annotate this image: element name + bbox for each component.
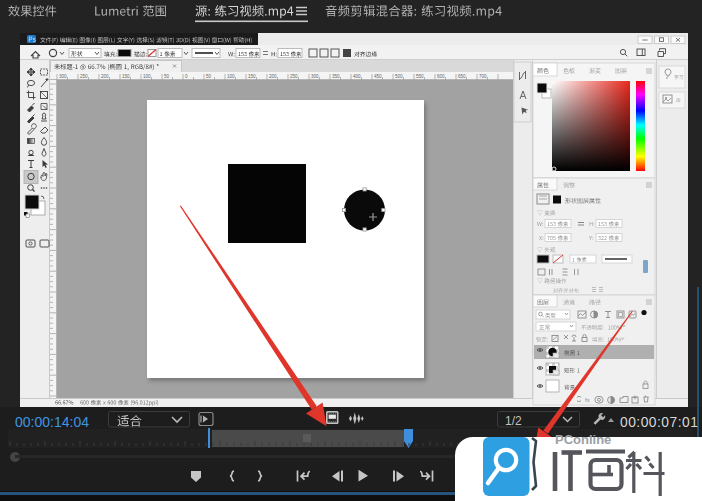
svg-text:0: 0 <box>185 74 188 79</box>
svg-text:100: 100 <box>227 74 235 79</box>
svg-text:200: 200 <box>101 74 109 79</box>
svg-text:50: 50 <box>206 74 212 79</box>
svg-text:250: 250 <box>290 74 298 79</box>
svg-text:500: 500 <box>395 74 403 79</box>
svg-text:450: 450 <box>374 74 382 79</box>
svg-text:100: 100 <box>143 74 151 79</box>
svg-text:200: 200 <box>269 74 277 79</box>
svg-text:300: 300 <box>311 74 319 79</box>
svg-text:250: 250 <box>80 74 88 79</box>
svg-text:00:00:14:04: 00:00:14:04 <box>15 414 89 430</box>
svg-text:700: 700 <box>479 74 487 79</box>
svg-text:300: 300 <box>59 74 67 79</box>
svg-text:150: 150 <box>122 74 130 79</box>
svg-text:650: 650 <box>458 74 466 79</box>
svg-text:550: 550 <box>416 74 424 79</box>
svg-text:350: 350 <box>332 74 340 79</box>
svg-text:150: 150 <box>248 74 256 79</box>
svg-text:600: 600 <box>437 74 445 79</box>
svg-text:400: 400 <box>353 74 361 79</box>
svg-text:fx: fx <box>585 397 590 403</box>
svg-text:50: 50 <box>164 74 170 79</box>
